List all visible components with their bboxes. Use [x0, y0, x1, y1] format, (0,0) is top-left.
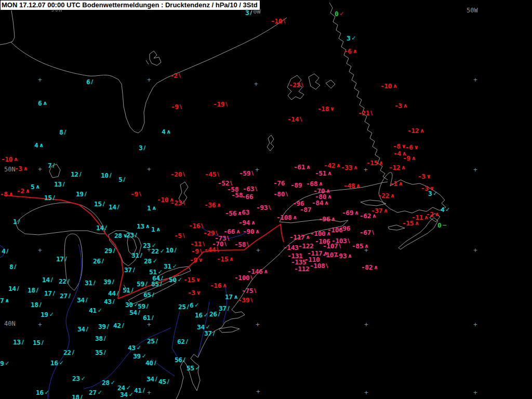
tendency-symbol-falling: \: [200, 248, 202, 255]
tendency-symbol-peak: ∧: [403, 102, 408, 109]
tendency-symbol-falling: \: [139, 191, 141, 197]
tendency-symbol-rising: /: [183, 356, 185, 363]
station-report: 31✓: [164, 262, 177, 270]
station-report: -16∧: [210, 282, 227, 289]
tendency-symbol-rising: /: [123, 176, 125, 183]
tendency-symbol-rising: /: [79, 171, 82, 178]
station-value: 27: [60, 292, 68, 300]
station-value: -112: [294, 265, 309, 273]
station-report: 15/: [33, 339, 44, 347]
station-value: 3: [347, 34, 350, 42]
coastline-hudson-bay: [0, 3, 287, 133]
tendency-symbol-rising: /: [152, 291, 154, 298]
tendency-symbol-falling: \: [370, 110, 373, 116]
station-value: 39: [133, 352, 141, 360]
station-report: -87: [300, 206, 311, 214]
station-report: 8/: [59, 128, 66, 136]
station-value: 34: [197, 323, 205, 331]
station-value: -96: [339, 224, 350, 232]
tendency-symbol-peak: ∧: [353, 164, 358, 171]
station-report: -62∧: [360, 212, 377, 220]
station-value: 16: [195, 311, 203, 319]
tendency-symbol-peak: ∧: [411, 155, 416, 162]
station-value: -59: [239, 169, 250, 177]
grid-cross: +: [473, 76, 477, 83]
station-value: 18: [28, 286, 35, 294]
tendency-symbol-check-rising: ✓: [153, 258, 157, 264]
station-report: 16✓: [195, 311, 208, 319]
tendency-symbol-rising: /: [160, 281, 162, 287]
tendency-symbol-rising: /: [91, 78, 93, 85]
station-value: -93: [335, 252, 347, 260]
station-report: -8∧: [0, 190, 14, 198]
station-value: 6: [86, 78, 90, 86]
grid-cross: +: [256, 321, 260, 328]
tendency-symbol-rising: /: [104, 349, 106, 356]
tendency-symbol-check-rising: ✓: [172, 263, 177, 270]
tendency-symbol-rising: /: [167, 378, 169, 385]
station-report: -12∧: [407, 127, 424, 135]
tendency-symbol-falling: \: [300, 116, 302, 123]
tendency-symbol-peak: ∧: [306, 164, 311, 170]
station-value: -12: [407, 127, 419, 135]
station-report: 17/: [44, 289, 55, 297]
tendency-symbol-rising: /: [143, 387, 145, 394]
station-report: 28✓: [102, 379, 115, 387]
station-report: 22✓: [151, 247, 165, 255]
station-report: 0✓: [335, 10, 344, 18]
tendency-symbol-peak: ∧: [390, 192, 395, 199]
station-report: 41/: [134, 387, 145, 394]
tendency-symbol-check-rising: ✓: [59, 360, 64, 366]
station-value: 16: [36, 389, 44, 396]
station-value: 18: [72, 393, 79, 399]
station-value: -93: [256, 204, 268, 211]
tendency-symbol-rising: /: [6, 248, 8, 255]
tendency-symbol-peak: ∧: [152, 205, 156, 211]
tendency-symbol-falling: \: [217, 171, 219, 178]
tendency-symbol-rising: /: [36, 287, 38, 294]
geo-label-40n: 40N: [4, 321, 16, 327]
tendency-symbol-rising: /: [51, 276, 53, 283]
tendency-symbol-peak: ∧: [420, 127, 424, 134]
station-value: 29: [104, 247, 112, 255]
station-value: -14: [287, 115, 299, 123]
station-value: -42: [324, 162, 335, 169]
station-value: 14: [96, 224, 104, 232]
station-value: -108: [276, 214, 291, 221]
station-report: -15∨: [183, 276, 201, 284]
station-report: -75\: [242, 287, 256, 295]
station-report: -107\: [323, 242, 341, 250]
station-report: -11\: [190, 240, 205, 248]
station-report: 14/: [42, 276, 53, 284]
station-report: -58: [231, 191, 243, 199]
station-report: 34/: [77, 296, 88, 304]
station-report: 14/: [96, 224, 107, 232]
tendency-symbol-dip: ∨: [196, 289, 201, 296]
station-report: 41✓: [89, 307, 102, 314]
station-value: -63: [243, 185, 254, 193]
tendency-symbol-check-rising: ✓: [5, 360, 9, 367]
station-report: 37/: [219, 304, 230, 312]
station-value: 17: [225, 293, 233, 301]
station-value: -22: [378, 192, 389, 200]
station-report: -93\: [256, 204, 271, 211]
station-value: -67: [360, 229, 371, 236]
station-value: -122: [298, 242, 313, 250]
tendency-symbol-peak: ∧: [372, 212, 377, 219]
tendency-symbol-peak: ∧: [356, 182, 361, 189]
tendency-symbol-check-rising: ✓: [111, 379, 115, 386]
station-report: 13/: [54, 180, 65, 188]
station-report: -117∧: [289, 233, 310, 241]
station-report: 8/: [9, 263, 16, 271]
station-report: 27✓: [89, 389, 102, 396]
tendency-symbol-rising: /: [147, 303, 149, 310]
station-report: -96∧: [318, 215, 336, 223]
station-report: 17∧: [225, 293, 238, 301]
station-value: 18: [31, 301, 38, 309]
tendency-symbol-rising: /: [107, 323, 109, 330]
station-value: 12: [71, 170, 78, 178]
station-report: -22\: [289, 81, 303, 89]
tendency-symbol-rising: /: [155, 376, 157, 382]
tendency-symbol-peak: ∧: [251, 219, 256, 226]
station-value: -76: [273, 179, 285, 187]
